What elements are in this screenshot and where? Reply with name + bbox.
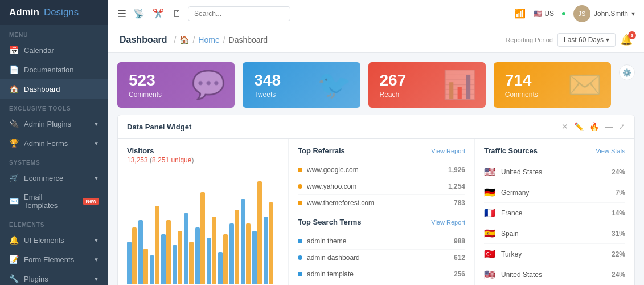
bar-yellow (246, 223, 251, 284)
stat-card-comments1: 523 Comments 💬 (117, 62, 235, 108)
search-dot (298, 239, 302, 243)
forms-icon: 🏆 (9, 139, 18, 148)
sidebar-item-admin-forms[interactable]: 🏆 Admin Forms ▼ (0, 133, 108, 153)
data-panel-widget: Data Panel Widget ✕ ✏️ 🔥 — ⤢ Visitors 13… (117, 115, 635, 285)
bar-blue (229, 223, 234, 284)
user-menu[interactable]: JS John.Smith ▾ (573, 5, 635, 22)
list-item: 🇩🇪 Germany 7% (484, 182, 625, 203)
notification-button[interactable]: 🔔 3 (620, 34, 633, 46)
dashboard-icon: 🏠 (9, 84, 18, 93)
sidebar-item-form-elements[interactable]: 📝 Form Elements ▼ (0, 250, 108, 269)
traffic-header: Traffic Sources View Stats (484, 146, 625, 155)
avatar: JS (573, 5, 590, 22)
minimize-icon[interactable]: — (605, 122, 613, 131)
user-chevron-icon: ▾ (631, 10, 635, 18)
top-referrals-title: Top Referrals (298, 146, 345, 155)
username-label: John.Smith (594, 10, 628, 18)
wifi-icon[interactable]: 📡 (133, 8, 145, 19)
data-panel-title: Data Panel Widget (127, 123, 561, 131)
edit-panel-icon[interactable]: ✏️ (574, 122, 584, 131)
bar-yellow (143, 249, 148, 284)
traffic-pct: 31% (612, 230, 625, 238)
country-name: United States (501, 271, 606, 279)
exclusive-section-label: EXCLUSIVE TOOLS (0, 99, 108, 114)
bar-yellow (212, 217, 216, 284)
expand-icon[interactable]: ⤢ (618, 122, 625, 131)
sidebar-item-ecommerce[interactable]: 🛒 Ecommerce ▼ (0, 168, 108, 188)
menu-section-label: MENU (0, 25, 108, 40)
traffic-pct: 14% (612, 209, 625, 217)
settings-button[interactable]: ⚙️ (619, 64, 635, 80)
bar-blue (195, 227, 200, 284)
search-input[interactable] (188, 6, 290, 21)
list-item: admin template 256 (298, 266, 465, 282)
breadcrumb-sep3: / (223, 35, 225, 44)
sidebar-item-label: Calendar (24, 46, 54, 55)
sidebar-item-ui-elements[interactable]: 🔔 UI Elements ▼ (0, 230, 108, 250)
tools-icon[interactable]: ✂️ (153, 8, 164, 19)
view-report-link[interactable]: View Report (431, 148, 465, 154)
list-item: admin dashboard 612 (298, 250, 465, 266)
visitors-count: 13,253 (8,251 unique) (127, 156, 279, 164)
traffic-list: 🇺🇸 United States 24% 🇩🇪 Germany 7% 🇫🇷 Fr… (484, 162, 625, 284)
bar-yellow (132, 227, 137, 284)
bar-group (252, 181, 262, 284)
visitors-title: Visitors (127, 146, 279, 155)
sidebar-item-admin-plugins[interactable]: 🔌 Admin Plugins ▼ (0, 114, 108, 133)
hamburger-icon[interactable]: ☰ (117, 7, 126, 20)
breadcrumb-home-link[interactable]: Home (198, 35, 219, 44)
flag-icon: 🇪🇸 (484, 228, 495, 239)
topbar: ☰ 📡 ✂️ 🖥 📶 🇺🇸 US JS John.Smith ▾ (108, 0, 644, 27)
data-panel-body: Visitors 13,253 (8,251 unique) 0 10 20 (118, 139, 634, 285)
bar-blue (161, 234, 166, 284)
logo: AdminDesigns (0, 0, 108, 25)
sidebar-item-label: Documentation (24, 66, 73, 74)
sidebar-item-email-templates[interactable]: ✉️ Email Templates New (0, 188, 108, 215)
display-icon[interactable]: 🖥 (172, 9, 181, 19)
twitter-icon: 🐦 (317, 69, 351, 101)
sidebar-item-dashboard[interactable]: 🏠 Dashboard (0, 79, 108, 99)
list-item: 🇺🇸 United States 24% (484, 162, 625, 182)
page-title: Dashboard (120, 35, 167, 45)
period-dropdown[interactable]: Last 60 Days ▾ (557, 33, 616, 47)
status-dot (562, 12, 565, 15)
referral-url: www.google.com (307, 166, 444, 174)
sidebar-item-documentation[interactable]: 📄 Documentation (0, 60, 108, 79)
referral-dot (298, 201, 302, 205)
bar-group (195, 192, 205, 284)
sidebar-item-label: Form Elements (24, 255, 74, 264)
flag-icon: 🇹🇷 (484, 249, 495, 259)
search-terms-list: admin theme 988 admin dashboard 612 admi… (298, 233, 465, 282)
view-stats-link[interactable]: View Stats (596, 148, 625, 154)
referral-dot (298, 168, 302, 172)
sidebar-item-label: Email Templates (24, 193, 73, 210)
bar-yellow (155, 206, 159, 284)
sidebar-item-calendar[interactable]: 📅 Calendar (0, 40, 108, 60)
sidebar-item-plugins[interactable]: 🔧 Plugins ▼ (0, 269, 108, 285)
bar-yellow (200, 192, 205, 284)
locale-selector[interactable]: 🇺🇸 US (534, 10, 554, 18)
breadcrumb-current: Dashboard (229, 35, 268, 44)
stat-card-reach: 267 Reach 📊 (368, 62, 486, 108)
data-panel-header: Data Panel Widget ✕ ✏️ 🔥 — ⤢ (118, 115, 634, 139)
systems-section-label: SYSTEMS (0, 153, 108, 168)
bar-group (150, 206, 159, 284)
bar-group (173, 231, 182, 284)
wrench-icon: 🔧 (9, 274, 18, 283)
antenna-icon[interactable]: 📶 (514, 8, 526, 19)
bar-blue (218, 252, 223, 284)
fire-icon[interactable]: 🔥 (589, 122, 599, 131)
view-report2-link[interactable]: View Report (431, 219, 465, 226)
traffic-pct: 24% (612, 168, 625, 176)
bar-blue (207, 238, 211, 284)
referrals-header: Top Referrals View Report (298, 146, 465, 155)
referral-count: 783 (454, 199, 465, 207)
list-item: 🇹🇷 Turkey 22% (484, 244, 625, 264)
breadcrumb-sep2: / (192, 35, 195, 44)
traffic-pct: 7% (616, 189, 625, 197)
bar-yellow (178, 231, 182, 284)
bar-group (127, 227, 137, 284)
close-panel-icon[interactable]: ✕ (561, 122, 568, 131)
bar-blue (184, 213, 188, 284)
chevron-down-icon: ▼ (93, 121, 99, 127)
